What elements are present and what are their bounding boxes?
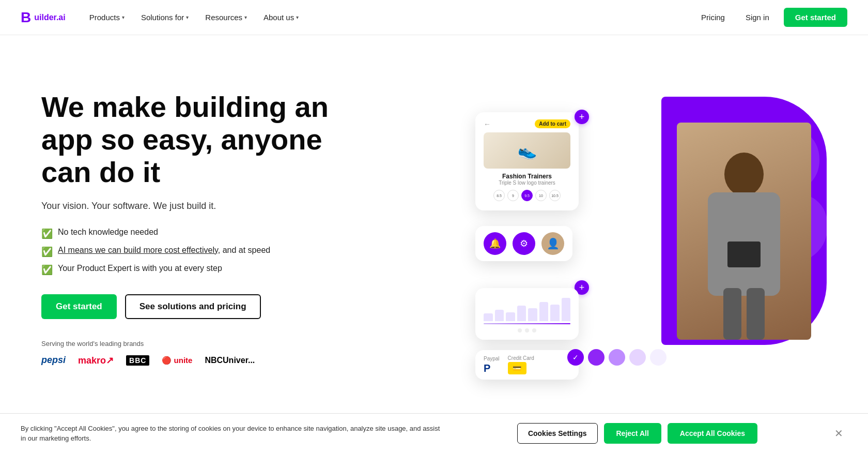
- brand-makro: makro↗: [78, 355, 114, 366]
- dot-2: [525, 328, 529, 333]
- nav-right: Pricing Sign in Get started: [695, 8, 847, 27]
- check-icon: ✅: [41, 228, 53, 239]
- hero-heading: We make building an app so easy, anyone …: [41, 91, 362, 188]
- see-solutions-button[interactable]: See solutions and pricing: [125, 294, 261, 319]
- size-10-5[interactable]: 10.5: [549, 190, 561, 201]
- chevron-down-icon: ▾: [296, 14, 299, 20]
- hero-illustration: B ← Add to cart 👟 Fashion Tra: [475, 97, 827, 360]
- brands-row: pepsi makro↗ BBC 🔴 unite NBCUniver...: [41, 355, 362, 366]
- back-arrow-icon: ←: [484, 120, 491, 128]
- check-icon: ✅: [41, 264, 53, 276]
- svg-point-0: [724, 153, 764, 196]
- check-item-2: ✅ AI means we can build more cost effect…: [41, 246, 362, 258]
- nav-item-resources[interactable]: Resources ▾: [198, 9, 254, 26]
- hero-checklist: ✅ No tech knowledge needed ✅ AI means we…: [41, 228, 362, 276]
- svg-rect-3: [747, 288, 765, 340]
- logo[interactable]: Builder.ai: [21, 10, 66, 25]
- chevron-down-icon: ▾: [122, 14, 125, 20]
- progress-circles: ✓: [567, 349, 667, 366]
- svg-rect-2: [723, 288, 741, 340]
- size-9-5-selected[interactable]: 9.5: [521, 190, 533, 201]
- bar-7: [550, 305, 560, 322]
- size-10[interactable]: 10: [535, 190, 547, 201]
- user-avatar: 👤: [541, 232, 564, 255]
- paypal-payment: Paypal P: [484, 356, 500, 374]
- analytics-chart-card: [475, 288, 579, 340]
- bar-5: [528, 308, 537, 321]
- brand-unite: 🔴 unite: [162, 356, 192, 365]
- paypal-label: Paypal: [484, 356, 500, 361]
- bar-8: [562, 298, 571, 321]
- product-image: 👟: [484, 132, 570, 169]
- credit-card-label: Credit Card: [508, 355, 534, 361]
- chevron-down-icon: ▾: [186, 14, 189, 20]
- dot-1: [518, 328, 522, 333]
- brands-label: Serving the world's leading brands: [41, 340, 362, 348]
- brand-pepsi: pepsi: [41, 355, 66, 366]
- payment-row: Paypal P Credit Card 💳: [475, 350, 579, 380]
- nav-left: Builder.ai Products ▾ Solutions for ▾ Re…: [21, 9, 306, 26]
- ai-link[interactable]: AI means we can build more cost effectiv…: [58, 246, 218, 254]
- check-item-1: ✅ No tech knowledge needed: [41, 228, 362, 239]
- nav-get-started-button[interactable]: Get started: [784, 8, 847, 27]
- circle-3: [629, 349, 646, 366]
- check-icon: ✅: [41, 246, 53, 258]
- settings-icon: ⚙: [513, 232, 535, 255]
- hero-get-started-button[interactable]: Get started: [41, 294, 117, 319]
- nav-item-products[interactable]: Products ▾: [82, 9, 132, 26]
- brand-nbc: NBCUniver...: [205, 356, 255, 365]
- check-text-3: Your Product Expert is with you at every…: [58, 264, 222, 273]
- chart-dots: [484, 328, 570, 333]
- circle-4: [650, 349, 667, 366]
- size-9[interactable]: 9: [507, 190, 519, 201]
- nav-links: Products ▾ Solutions for ▾ Resources ▾ A…: [82, 9, 306, 26]
- nav-pricing[interactable]: Pricing: [695, 9, 731, 26]
- size-selector: 8.5 9 9.5 10 10.5: [484, 190, 570, 201]
- hero-section: We make building an app so easy, anyone …: [0, 35, 868, 412]
- bar-3: [506, 312, 515, 322]
- card-header: ← Add to cart: [484, 119, 570, 128]
- chart-trend-line: [484, 323, 570, 324]
- dot-3: [532, 328, 536, 333]
- svg-rect-4: [727, 241, 761, 267]
- icons-strip: 🔔 ⚙ 👤: [475, 226, 572, 261]
- hero-person-image: [672, 107, 816, 340]
- product-subtitle: Triple S low logo trainers: [484, 180, 570, 186]
- nav-item-about[interactable]: About us ▾: [256, 9, 306, 26]
- circle-check: ✓: [567, 349, 584, 366]
- check-text-1: No tech knowledge needed: [58, 228, 158, 237]
- bar-6: [539, 302, 549, 322]
- brand-bbc: BBC: [126, 355, 149, 366]
- check-text-2: AI means we can build more cost effectiv…: [58, 246, 270, 255]
- hero-content: We make building an app so easy, anyone …: [41, 91, 362, 366]
- credit-card-icon: 💳: [508, 362, 526, 374]
- chart-bars: [484, 295, 570, 321]
- nav-item-solutions[interactable]: Solutions for ▾: [134, 9, 196, 26]
- notification-icon: 🔔: [484, 232, 506, 255]
- bar-2: [495, 310, 504, 322]
- add-to-cart-badge: Add to cart: [535, 119, 570, 128]
- paypal-icon: P: [484, 363, 500, 374]
- bar-1: [484, 313, 493, 321]
- phone-product-card: ← Add to cart 👟 Fashion Trainers Triple …: [475, 112, 579, 210]
- product-name: Fashion Trainers: [484, 173, 570, 180]
- check-item-3: ✅ Your Product Expert is with you at eve…: [41, 264, 362, 276]
- person-placeholder: [677, 123, 811, 340]
- plus-button-top[interactable]: +: [575, 110, 589, 124]
- navbar: Builder.ai Products ▾ Solutions for ▾ Re…: [0, 0, 868, 35]
- circle-1: [588, 349, 605, 366]
- cta-row: Get started See solutions and pricing: [41, 294, 362, 319]
- size-8-5[interactable]: 8.5: [493, 190, 505, 201]
- hero-subheading: Your vision. Your software. We just buil…: [41, 199, 362, 213]
- bar-4: [517, 306, 526, 321]
- nav-signin[interactable]: Sign in: [739, 9, 776, 26]
- circle-2: [609, 349, 625, 366]
- credit-card-payment: Credit Card 💳: [508, 355, 534, 374]
- chevron-down-icon: ▾: [244, 14, 247, 20]
